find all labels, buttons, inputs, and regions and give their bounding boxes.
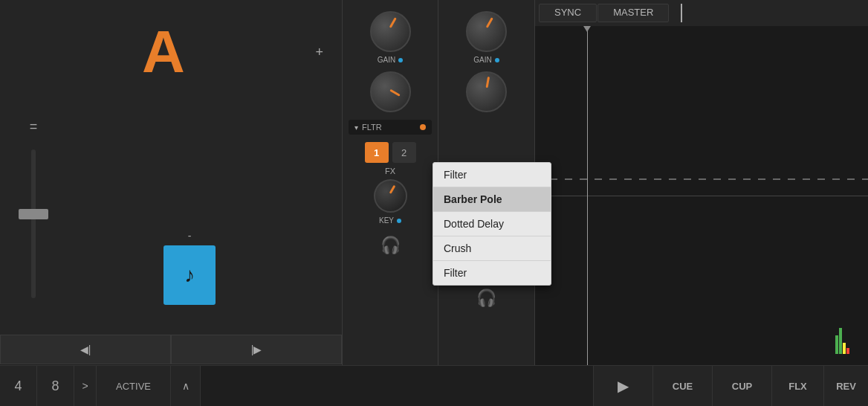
eq-knob-2[interactable] <box>466 71 507 112</box>
tempo-line <box>681 4 864 22</box>
up-arrow-button[interactable]: ∧ <box>171 366 201 406</box>
fader-track[interactable] <box>31 149 36 298</box>
key-knob-1-indicator <box>389 185 396 194</box>
vu-bar-green-1 <box>835 335 838 354</box>
gain-dot-blue-2 <box>495 58 499 62</box>
left-panel: A + ◀| |▶ = - <box>0 0 342 364</box>
cue-note-area: - ♪ <box>163 230 216 305</box>
vu-bar-green-2 <box>839 328 842 354</box>
gain-dot-blue-1 <box>398 58 403 62</box>
fltr-row: ▾ FLTR <box>349 120 432 135</box>
fx-label: FX <box>385 167 395 175</box>
fx-dropdown-menu: Filter Barber Pole Dotted Delay Crush Fi… <box>433 162 551 286</box>
right-panel: SYNC MASTER <box>535 0 868 365</box>
vu-bar-red <box>846 348 849 354</box>
key-dot-blue-1 <box>397 219 401 223</box>
play-button[interactable]: ▶ <box>593 366 652 406</box>
dropdown-item-filter-1[interactable]: Filter <box>433 163 551 187</box>
fltr-dot-orange <box>420 124 426 130</box>
dropdown-item-crush[interactable]: Crush <box>433 236 551 261</box>
bottom-left: 4 8 > ACTIVE ∧ <box>0 366 201 406</box>
gain-knob-1-indicator <box>389 17 397 28</box>
key-label-1: KEY <box>379 216 401 225</box>
left-top: A + <box>0 0 342 104</box>
channel-strip-1: GAIN ▾ FLTR 1 2 FX <box>342 0 438 365</box>
music-note-icon: ♪ <box>184 263 195 287</box>
headphone-icon-2[interactable]: 🎧 <box>472 285 502 311</box>
active-button[interactable]: ACTIVE <box>97 366 171 406</box>
fader-handle[interactable] <box>19 209 48 219</box>
vertical-fader: = <box>15 112 52 357</box>
dropdown-item-dotted-delay[interactable]: Dotted Delay <box>433 212 551 236</box>
sync-button[interactable]: SYNC <box>539 4 597 22</box>
main-container: A + ◀| |▶ = - <box>0 0 868 406</box>
waveform-dots <box>535 178 868 180</box>
gain-knob-2-indicator <box>485 17 493 28</box>
bottom-bar: 4 8 > ACTIVE ∧ ▶ CUE CUP FLX REV <box>0 365 868 406</box>
dropdown-item-filter-2[interactable]: Filter <box>433 261 551 285</box>
filter-knob-1[interactable] <box>370 71 411 112</box>
gain-label-2: GAIN <box>473 56 499 64</box>
headphone-icon-1[interactable]: 🎧 <box>375 232 405 258</box>
cue-bottom-button[interactable]: CUE <box>652 366 712 406</box>
sync-master-row: SYNC MASTER <box>535 0 868 26</box>
playhead <box>587 26 588 365</box>
eq-icon: = <box>30 119 38 135</box>
fltr-label: FLTR <box>362 123 416 132</box>
bottom-middle <box>201 366 593 406</box>
cup-bottom-button[interactable]: CUP <box>712 366 771 406</box>
fx-btn-1[interactable]: 1 <box>365 142 389 163</box>
key-knob-1[interactable] <box>374 179 407 213</box>
fltr-dropdown-arrow[interactable]: ▾ <box>354 123 358 132</box>
bottom-num-8[interactable]: 8 <box>37 366 74 406</box>
eq-knob-2-indicator <box>485 77 490 88</box>
flx-button[interactable]: FLX <box>771 366 823 406</box>
playhead-triangle <box>583 26 591 32</box>
gain-knob-2[interactable] <box>466 11 507 52</box>
rev-button[interactable]: REV <box>823 366 868 406</box>
bottom-num-4[interactable]: 4 <box>0 366 37 406</box>
cue-block[interactable]: ♪ <box>163 245 216 305</box>
waveform-center-line <box>535 196 868 196</box>
plus-button[interactable]: + <box>315 45 323 60</box>
minus-button[interactable]: - <box>163 230 216 242</box>
dropdown-item-barber-pole[interactable]: Barber Pole <box>433 187 551 212</box>
master-button[interactable]: MASTER <box>597 4 669 22</box>
gain-label-1: GAIN <box>378 56 403 64</box>
gain-knob-1[interactable] <box>370 11 411 52</box>
deck-letter: A <box>142 18 185 86</box>
bottom-right: ▶ CUE CUP FLX REV <box>593 366 868 406</box>
fx-buttons: 1 2 <box>365 142 416 163</box>
bottom-arrow-btn[interactable]: > <box>74 366 97 406</box>
vu-bar-yellow <box>843 343 846 354</box>
waveform-area <box>535 26 868 365</box>
fx-btn-2[interactable]: 2 <box>392 142 416 163</box>
vu-meter <box>835 328 849 354</box>
filter-knob-1-indicator <box>389 89 400 97</box>
